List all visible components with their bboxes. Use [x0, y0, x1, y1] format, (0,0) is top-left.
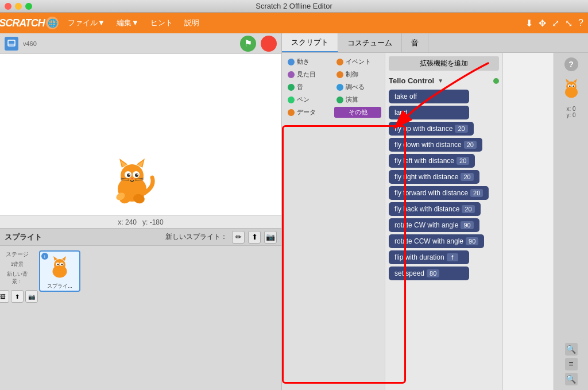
- sound-dot: [288, 84, 295, 91]
- cat-motion[interactable]: 動き: [285, 56, 332, 67]
- fly-back-param[interactable]: 20: [462, 205, 474, 213]
- fly-up-param[interactable]: 20: [455, 125, 467, 133]
- workspace: [503, 53, 554, 390]
- ops-dot: [336, 96, 343, 103]
- fly-forward-param[interactable]: 20: [470, 189, 483, 197]
- flip-param[interactable]: f: [447, 253, 458, 261]
- fly-up-button[interactable]: fly up with distance 20: [389, 122, 474, 136]
- svg-point-11: [135, 173, 138, 177]
- cat-sense[interactable]: 調べる: [334, 82, 381, 92]
- flip-button[interactable]: flip with duration f: [389, 250, 469, 264]
- zoom-reset-button[interactable]: =: [565, 358, 578, 370]
- fly-left-param[interactable]: 20: [457, 157, 469, 165]
- main-layout: v460 ⚑: [0, 33, 588, 390]
- move-icon[interactable]: ✥: [539, 18, 546, 29]
- fly-forward-button[interactable]: fly forward with distance 20: [389, 186, 489, 200]
- upload-bg-button[interactable]: ⬆: [11, 290, 24, 303]
- cat-pen[interactable]: ペン: [285, 94, 332, 105]
- stage-view-button[interactable]: [5, 37, 18, 51]
- fly-down-param[interactable]: 20: [464, 141, 477, 149]
- stage-area: v460 ⚑: [0, 33, 281, 390]
- menu-edit[interactable]: 編集▼: [114, 17, 141, 29]
- tab-script[interactable]: スクリプト: [282, 33, 338, 52]
- upload-sprite-button[interactable]: ⬆: [248, 231, 261, 244]
- cat-sprite[interactable]: [103, 152, 161, 211]
- block-fly-down: fly down with distance 20: [389, 138, 499, 152]
- cat-ops[interactable]: 演算: [334, 94, 381, 105]
- expand-icon[interactable]: ⤢: [552, 18, 559, 29]
- set-speed-param[interactable]: 80: [427, 269, 439, 277]
- stage-version-label: v460: [23, 40, 37, 47]
- stage-info: ステージ 1背景 新しい背景： 🖼 ⬆ 📷: [0, 246, 34, 390]
- cat-control[interactable]: 制御: [334, 69, 381, 80]
- stop-button[interactable]: [261, 36, 277, 52]
- titlebar: Scratch 2 Offline Editor: [0, 0, 588, 13]
- menu-hints[interactable]: ヒント: [148, 17, 175, 29]
- fly-down-button[interactable]: fly down with distance 20: [389, 138, 482, 152]
- svg-point-28: [57, 264, 59, 265]
- green-flag-button[interactable]: ⚑: [240, 36, 256, 52]
- tab-sound[interactable]: 音: [402, 33, 428, 52]
- cat-looks[interactable]: 見た目: [285, 69, 332, 80]
- take-off-button[interactable]: take off: [389, 90, 469, 103]
- globe-icon[interactable]: 🌐: [46, 17, 59, 29]
- zoom-out-button[interactable]: 🔍: [565, 343, 578, 356]
- tello-expand-arrow[interactable]: ▼: [438, 78, 443, 84]
- sprite-body: ステージ 1背景 新しい背景： 🖼 ⬆ 📷 i: [0, 246, 281, 390]
- bg-count-label: 1背景: [10, 261, 24, 268]
- camera-sprite-button[interactable]: 📷: [264, 231, 277, 244]
- fly-right-param[interactable]: 20: [461, 173, 473, 181]
- fly-right-button[interactable]: fly right with distance 20: [389, 170, 479, 184]
- new-sprite-label: 新しいスプライト：: [165, 232, 227, 242]
- stage-toolbar: v460 ⚑: [0, 33, 281, 54]
- shrink-icon[interactable]: ⤡: [565, 18, 572, 29]
- fly-back-button[interactable]: fly back with distance 20: [389, 202, 481, 216]
- help-icon[interactable]: ?: [578, 18, 583, 28]
- right-panel: ? x: 0 y: 0: [554, 53, 588, 390]
- add-extension-button[interactable]: 拡張機能を追加: [389, 56, 499, 71]
- close-button[interactable]: [5, 3, 11, 10]
- help-button[interactable]: ?: [564, 57, 578, 71]
- looks-dot: [288, 71, 295, 78]
- scratch-logo: SCRATCH: [5, 15, 39, 31]
- cat-more[interactable]: その他: [334, 107, 381, 118]
- maximize-button[interactable]: [25, 3, 32, 10]
- paint-bg-button[interactable]: 🖼: [0, 290, 9, 303]
- sprite-header: スプライト 新しいスプライト： ✏ ⬆ 📷: [0, 229, 281, 246]
- cat-events[interactable]: イベント: [334, 56, 381, 67]
- tab-costume[interactable]: コスチューム: [338, 33, 402, 52]
- download-icon[interactable]: ⬇: [525, 18, 533, 29]
- rotate-cw-param[interactable]: 90: [461, 221, 473, 229]
- cat-sound[interactable]: 音: [285, 82, 332, 92]
- block-flip: flip with duration f: [389, 250, 499, 264]
- sprite-thumbnail[interactable]: i スプライ...: [39, 250, 80, 292]
- sprite-add-icons: ✏ ⬆ 📷: [232, 231, 277, 244]
- blocks-panel: 拡張機能を追加 Tello Control ▼ take off: [385, 53, 503, 390]
- rotate-ccw-param[interactable]: 90: [466, 237, 478, 245]
- sprite-panel: スプライト 新しいスプライト： ✏ ⬆ 📷 ステージ 1背景 新しい背景： 🖼 …: [0, 228, 281, 390]
- zoom-in-button[interactable]: 🔍: [565, 373, 578, 385]
- right-panel-sprite: [558, 75, 585, 102]
- svg-point-23: [54, 259, 65, 271]
- fly-left-button[interactable]: fly left with distance 20: [389, 154, 475, 168]
- logo-text: SCRATCH: [0, 17, 45, 29]
- sense-dot: [336, 84, 343, 91]
- block-set-speed: set speed 80: [389, 267, 499, 280]
- minimize-button[interactable]: [15, 3, 22, 10]
- menubar: SCRATCH 🌐 ファイル▼ 編集▼ ヒント 説明 ⬇ ✥ ⤢ ⤡ ?: [0, 13, 588, 33]
- coordinates-bar: x: 240 y: -180: [0, 215, 281, 228]
- land-button[interactable]: land: [389, 106, 469, 119]
- tab-bar: スクリプト コスチューム 音: [282, 33, 588, 53]
- menu-file[interactable]: ファイル▼: [65, 17, 107, 29]
- set-speed-button[interactable]: set speed 80: [389, 267, 469, 280]
- rotate-ccw-button[interactable]: rotate CCW with angle 90: [389, 234, 484, 248]
- paint-sprite-button[interactable]: ✏: [232, 231, 245, 244]
- rotate-cw-button[interactable]: rotate CW with angle 90: [389, 218, 479, 232]
- cat-data[interactable]: データ: [285, 107, 332, 118]
- svg-point-38: [572, 86, 574, 87]
- blocks-layout: 動き 見た目 音 ペン: [282, 53, 588, 390]
- block-fly-right: fly right with distance 20: [389, 170, 499, 184]
- menu-about[interactable]: 説明: [182, 17, 202, 29]
- right-panel-coords: x: 0 y: 0: [566, 106, 575, 118]
- window-controls[interactable]: [5, 3, 32, 10]
